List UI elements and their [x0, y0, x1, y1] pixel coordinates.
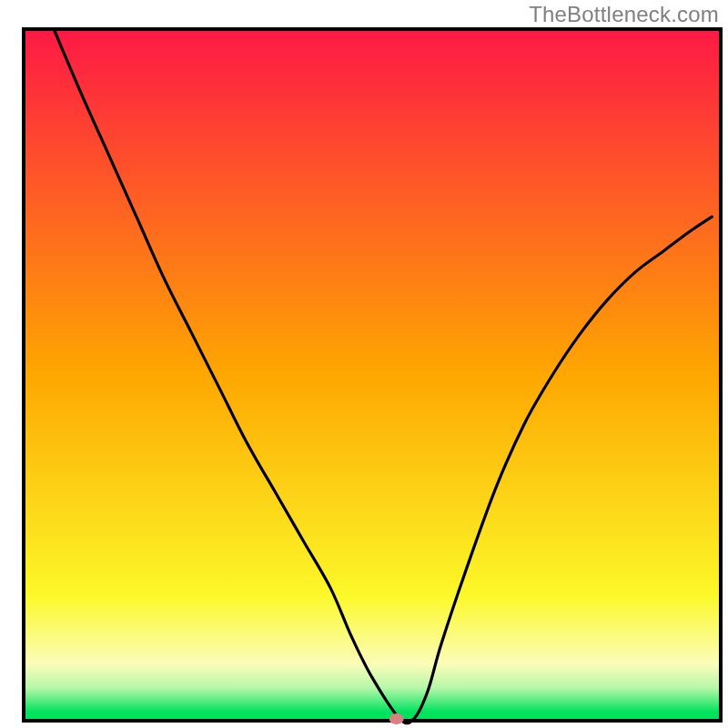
- plot-background: [25, 31, 719, 719]
- plot-border-top: [22, 27, 723, 31]
- minimum-marker: [389, 713, 404, 724]
- chart-stage: TheBottleneck.com: [0, 0, 728, 728]
- bottleneck-chart: [0, 0, 728, 728]
- plot-border-right: [719, 27, 723, 723]
- plot-border-bottom: [22, 719, 723, 723]
- plot-border-left: [22, 27, 25, 723]
